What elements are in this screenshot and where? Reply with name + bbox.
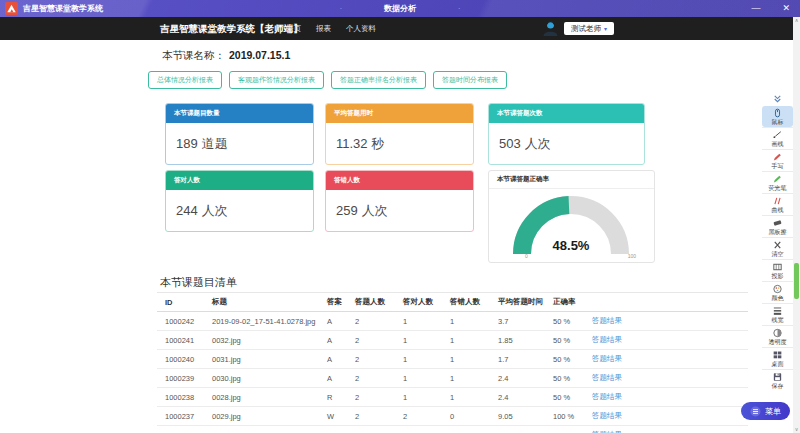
cell-answered: 2 (347, 407, 395, 426)
report-button[interactable]: 答题时间分布报表 (433, 71, 507, 89)
cell-answer: W (319, 407, 347, 426)
table-row: 1000239 0030.jpg A 2 1 1 2.4 50 % 答题结果 (157, 369, 748, 388)
answer-result-link[interactable]: 答题结果 (592, 335, 622, 344)
answer-result-link[interactable]: 答题结果 (592, 411, 622, 420)
tool-mouse[interactable]: 鼠标 (762, 106, 793, 127)
cell-title: 0031.jpg (204, 350, 319, 369)
stat-unit: 秒 (372, 135, 385, 153)
col-header-id: ID (157, 293, 204, 312)
navbar-menu-item[interactable]: 报表 (316, 24, 331, 34)
tool-projector[interactable]: 投影 (762, 259, 793, 281)
stat-unit: 人次 (362, 202, 388, 220)
chevron-down-icon: ▾ (604, 26, 607, 32)
tool-curve[interactable]: 曲线 (762, 193, 793, 215)
navbar-menu-item[interactable]: 个人资料 (346, 24, 376, 34)
cell-rate: 50 % (545, 369, 584, 388)
navbar-brand: 吉星智慧课堂教学系统【老师端】 (160, 23, 303, 36)
report-button[interactable]: 总体情况分析报表 (148, 71, 222, 89)
cell-correct: 2 (395, 407, 442, 426)
col-header-title: 标题 (204, 293, 319, 312)
eraser-icon (772, 218, 783, 228)
table-row: 1000240 0031.jpg A 2 1 1 1.7 50 % 答题结果 (157, 350, 748, 369)
menu-button[interactable]: 菜单 (741, 402, 790, 420)
cell-answered: 2 (347, 312, 395, 331)
menu-button-label: 菜单 (765, 406, 781, 417)
report-button[interactable]: 客观题作答情况分析报表 (229, 71, 324, 89)
cell-avg-time: 1.85 (490, 426, 545, 433)
handwrite-icon (772, 152, 783, 162)
cell-title: 0032.jpg (204, 331, 319, 350)
window-center-title: 数据分析 (384, 3, 416, 14)
accuracy-gauge-card: 本节课答题正确率 48.5% 0 100 (488, 170, 655, 263)
tool-color[interactable]: 颜色 (762, 281, 793, 303)
answer-result-link[interactable]: 答题结果 (592, 316, 622, 325)
report-button[interactable]: 答题正确率排名分析报表 (331, 71, 426, 89)
stat-card-header: 答对人数 (166, 171, 313, 190)
tool-opacity[interactable]: 透明度 (762, 325, 793, 347)
minimize-icon[interactable]: — (751, 4, 760, 13)
scrollbar-thumb[interactable] (794, 263, 799, 299)
tool-eraser[interactable]: 黑板擦 (762, 215, 793, 237)
cell-correct: 1 (395, 312, 442, 331)
cell-answered: 2 (347, 331, 395, 350)
stat-card-correct-count: 答对人数 244人次 (165, 170, 314, 232)
cell-avg-time: 2.4 (490, 388, 545, 407)
main-navbar: 吉星智慧课堂教学系统【老师端】 主页报表个人资料 测试老师 ▾ (0, 17, 800, 40)
stat-card-avg-time: 平均答题用时 11.32秒 (325, 103, 474, 165)
toolbar-collapse[interactable] (762, 93, 793, 106)
tool-handwrite[interactable]: 手写 (762, 149, 793, 171)
user-name: 测试老师 (571, 25, 601, 33)
navbar-menu: 主页报表个人资料 (286, 17, 376, 40)
navbar-menu-item[interactable]: 主页 (286, 24, 301, 34)
color-icon (772, 284, 783, 294)
cell-title: 2019-09-02_17-51-41.0278.jpg (204, 312, 319, 331)
cell-avg-time: 1.85 (490, 331, 545, 350)
gauge-max-label: 100 (628, 253, 636, 259)
scroll-down-icon[interactable]: ∨ (793, 427, 800, 432)
cell-answer: R (319, 388, 347, 407)
table-row: 1000238 0028.jpg R 2 1 1 2.4 50 % 答题结果 (157, 388, 748, 407)
col-header-wrong: 答错人数 (442, 293, 490, 312)
projector-icon (772, 262, 783, 272)
cell-id: 1000241 (157, 331, 204, 350)
stat-card-header: 本节课答题次数 (489, 104, 644, 123)
clear-icon (772, 240, 783, 250)
tool-line-width[interactable]: 线宽 (762, 303, 793, 325)
cell-title: 0028.jpg (204, 388, 319, 407)
tool-draw-line[interactable]: 画线 (762, 127, 793, 149)
cell-rate: 50 % (545, 388, 584, 407)
user-dropdown-button[interactable]: 测试老师 ▾ (564, 22, 614, 36)
answer-result-link[interactable]: 答题结果 (592, 392, 622, 401)
table-row: 1000237 0029.jpg W 2 2 0 9.05 100 % 答题结果 (157, 407, 748, 426)
answer-result-link[interactable]: 答题结果 (592, 354, 622, 363)
vertical-scrollbar[interactable]: ∧ ∨ (793, 17, 800, 433)
tool-clear[interactable]: 清空 (762, 237, 793, 259)
cell-answer: A (319, 331, 347, 350)
cell-wrong: 0 (442, 407, 490, 426)
cell-wrong: 1 (442, 350, 490, 369)
cell-id: 1000240 (157, 350, 204, 369)
tool-highlighter[interactable]: 荧光笔 (762, 171, 793, 193)
gauge-value: 48.5% (511, 238, 631, 253)
answer-result-link[interactable]: 答题结果 (592, 373, 622, 382)
table-title: 本节课题目清单 (160, 275, 237, 290)
cell-correct: 1 (395, 331, 442, 350)
window-title-bar: 吉星智慧课堂教学系统 · 数据分析 · — ✕ (0, 0, 800, 17)
line-width-icon (772, 306, 783, 316)
opacity-icon (772, 328, 783, 338)
table-header-row: ID 标题 答案 答题人数 答对人数 答错人数 平均答题时间 正确率 (157, 293, 748, 312)
scroll-up-icon[interactable]: ∧ (793, 18, 800, 23)
tool-desktop[interactable]: 桌面 (762, 347, 793, 369)
question-table: ID 标题 答案 答题人数 答对人数 答错人数 平均答题时间 正确率 10002… (157, 292, 748, 433)
cell-avg-time: 2.4 (490, 369, 545, 388)
cell-id: 1000238 (157, 388, 204, 407)
cell-rate: 50 % (545, 350, 584, 369)
close-icon[interactable]: ✕ (782, 4, 790, 13)
decor-dot-right: · (458, 5, 460, 12)
cell-answer: A (319, 369, 347, 388)
tool-save[interactable]: 保存 (762, 369, 793, 391)
mouse-icon (772, 108, 783, 118)
col-header-answer: 答案 (319, 293, 347, 312)
stat-value: 11.32 (336, 136, 368, 151)
cell-rate: 50 % (545, 312, 584, 331)
